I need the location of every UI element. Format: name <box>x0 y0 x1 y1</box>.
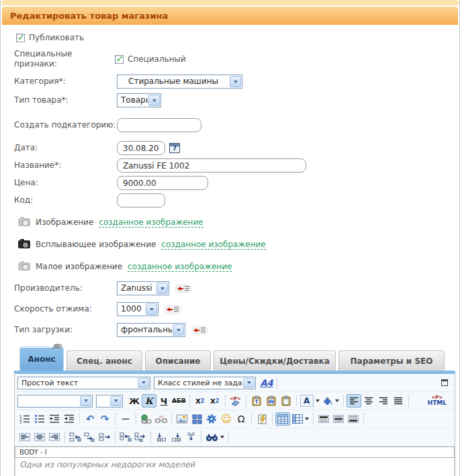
dropdown-arrow-icon[interactable] <box>156 283 168 294</box>
remove-format-icon[interactable]: <P> <box>228 394 243 408</box>
edit-list-icon[interactable] <box>191 326 208 335</box>
block-bottom-icon[interactable] <box>346 412 361 426</box>
bullet-list-icon[interactable] <box>32 412 47 426</box>
subcategory-input[interactable] <box>117 118 201 132</box>
name-input[interactable] <box>117 158 306 173</box>
paste-word-icon[interactable]: W <box>264 394 279 408</box>
merge-cell-down-icon[interactable] <box>154 430 169 444</box>
dropdown-arrow-icon[interactable] <box>148 95 160 106</box>
small-image-link[interactable]: созданное изображение <box>128 262 232 272</box>
dropdown-arrow-icon[interactable] <box>173 324 184 336</box>
redo-icon[interactable]: ↷ <box>97 412 112 426</box>
omega-icon[interactable]: Ω <box>234 412 248 426</box>
tab-special-announce[interactable]: Спец. анонс <box>66 350 142 371</box>
merge-cell-up-icon[interactable] <box>169 430 183 444</box>
bold-icon[interactable]: Ж <box>127 394 142 408</box>
manufacturer-select[interactable]: Zanussi <box>117 281 169 295</box>
maximize-icon[interactable] <box>441 379 448 386</box>
ordered-list-icon[interactable]: 123 <box>17 412 32 426</box>
category-select[interactable]: Стиральные машины <box>117 75 242 89</box>
editor-status-bar: BODY - I <box>15 446 455 458</box>
align-justify-icon[interactable] <box>391 394 406 408</box>
edit-list-icon[interactable] <box>164 305 181 314</box>
dropdown-arrow-icon[interactable] <box>230 76 241 87</box>
page-title: Редактировать товар магазина <box>2 11 168 21</box>
cell-align-center-icon[interactable] <box>32 430 47 444</box>
tab-prices-discounts-delivery[interactable]: Цены/Скидки/Доставка <box>214 350 336 371</box>
superscript-icon[interactable]: x2 <box>208 394 222 408</box>
italic-icon[interactable]: К <box>142 394 156 408</box>
horizontal-rule-icon[interactable]: — <box>118 412 133 426</box>
insert-table-icon[interactable] <box>275 412 290 426</box>
dropdown-arrow-icon[interactable] <box>243 378 255 388</box>
insert-row-before-icon[interactable] <box>68 430 83 444</box>
indent-icon[interactable] <box>62 412 77 426</box>
block-middle-icon[interactable] <box>331 412 346 426</box>
gear-icon[interactable] <box>204 412 219 426</box>
product-type-select[interactable]: Товары <box>117 93 161 107</box>
popup-image-link[interactable]: созданное изображение <box>161 240 265 250</box>
top-strip <box>1 0 459 5</box>
insert-template-icon[interactable] <box>255 412 269 426</box>
dropdown-arrow-icon[interactable] <box>110 396 122 406</box>
align-center-icon[interactable] <box>361 394 376 408</box>
underline-icon[interactable]: Ч <box>156 394 171 408</box>
special-checkbox[interactable] <box>115 55 124 64</box>
find-icon[interactable] <box>204 430 226 444</box>
toolbar-row-2: Ж К Ч АБВ x2 x2 <P> T <box>15 392 455 410</box>
insert-row-after-icon[interactable] <box>83 430 97 444</box>
camera-icon <box>18 240 30 248</box>
tab-description[interactable]: Описание <box>145 350 211 371</box>
dropdown-arrow-icon[interactable] <box>80 396 91 406</box>
outdent-icon[interactable] <box>47 412 62 426</box>
dropdown-arrow-icon[interactable] <box>138 378 149 388</box>
category-label: Категория*: <box>14 77 117 87</box>
cells-grid-icon[interactable] <box>189 412 204 426</box>
insert-column-before-icon[interactable] <box>118 430 133 444</box>
paste-icon[interactable] <box>279 394 293 408</box>
split-cell-icon[interactable] <box>183 430 198 444</box>
highlight-color-icon[interactable] <box>320 394 340 408</box>
insert-link-icon[interactable] <box>139 412 154 426</box>
insert-image-icon[interactable] <box>175 412 189 426</box>
font-family-select[interactable] <box>17 395 93 408</box>
tab-parameters-seo[interactable]: Параметры и SEO <box>338 350 445 371</box>
tab-announce[interactable]: Анонс <box>19 346 64 371</box>
unlink-icon[interactable] <box>154 412 169 426</box>
delete-row-icon[interactable] <box>97 430 112 444</box>
edit-list-icon[interactable] <box>175 284 192 293</box>
date-input[interactable] <box>117 141 165 155</box>
style-class-select[interactable]: Класс стилей не задан <box>154 377 256 389</box>
font-dialog-icon[interactable]: A4 <box>259 376 274 389</box>
code-input[interactable] <box>117 193 165 207</box>
paste-text-icon[interactable]: T <box>249 394 264 408</box>
undo-icon[interactable]: ↶ <box>83 412 97 426</box>
table-properties-icon[interactable] <box>290 412 310 426</box>
image-link[interactable]: созданное изображение <box>99 218 203 228</box>
align-left-icon[interactable] <box>347 394 361 408</box>
editor-content[interactable]: Одна из популярных недорогих моделей <box>15 458 455 476</box>
dropdown-arrow-icon[interactable] <box>146 303 157 315</box>
price-input[interactable] <box>117 176 208 190</box>
html-source-icon[interactable]: <P> HTML <box>428 395 447 406</box>
font-color-icon[interactable]: A <box>300 394 320 408</box>
tab-label: Параметры и SEO <box>351 356 433 366</box>
cell-align-right-icon[interactable] <box>47 430 62 444</box>
edit-product-page: Редактировать товар магазина Публиковать… <box>0 0 460 476</box>
cell-align-left-icon[interactable] <box>17 430 32 444</box>
publish-checkbox[interactable] <box>16 34 25 42</box>
load-type-select[interactable]: фронтальный <box>117 323 185 337</box>
block-top-icon[interactable] <box>316 412 331 426</box>
insert-column-after-icon[interactable] <box>133 430 148 444</box>
align-right-icon[interactable] <box>376 394 391 408</box>
spin-speed-select[interactable]: 1000 <box>117 302 158 316</box>
pin-icon <box>51 342 62 350</box>
font-size-select[interactable] <box>96 395 123 408</box>
paragraph-format-select[interactable]: Простой текст <box>17 377 150 389</box>
calendar-icon[interactable] <box>169 143 180 153</box>
strikethrough-icon[interactable]: АБВ <box>171 394 187 408</box>
smiley-icon[interactable]: ☺ <box>219 412 234 426</box>
code-label: Код: <box>14 195 117 205</box>
image-row: Изображение созданное изображение <box>18 215 455 230</box>
subscript-icon[interactable]: x2 <box>193 394 208 408</box>
